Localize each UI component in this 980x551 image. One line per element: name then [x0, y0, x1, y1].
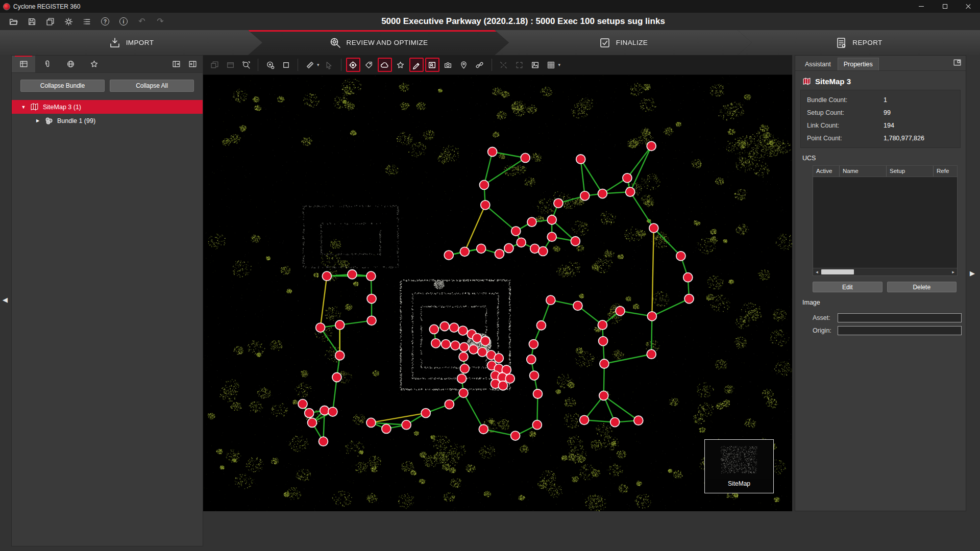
- scrollbar-track[interactable]: [821, 268, 949, 276]
- collapse-left-panel-arrow[interactable]: ◀: [3, 296, 8, 304]
- collapse-all-button[interactable]: Collapse All: [110, 80, 194, 92]
- minimize-button[interactable]: [910, 0, 933, 13]
- tab-review-and-optimize[interactable]: REVIEW AND OPTIMIZE: [248, 30, 509, 55]
- dock-panel-right-button[interactable]: [185, 57, 200, 71]
- window-view-tool[interactable]: [223, 58, 237, 72]
- property-value: 1: [884, 96, 887, 104]
- ucs-column-active[interactable]: Active: [813, 166, 840, 177]
- property-row: Bundle Count: 1: [807, 93, 954, 106]
- redo-icon: ↷: [157, 17, 163, 26]
- show-images-toggle[interactable]: [425, 58, 439, 72]
- show-favorites-toggle[interactable]: [394, 58, 408, 72]
- show-point-cloud-toggle[interactable]: [378, 58, 392, 72]
- expand-selection-tool[interactable]: [512, 58, 527, 72]
- viewport-toolbar: ▾: [203, 55, 792, 75]
- measure-tool[interactable]: [303, 58, 317, 72]
- open-project-button[interactable]: [6, 15, 20, 29]
- asset-label: Asset:: [813, 314, 838, 321]
- import-icon: [109, 37, 121, 49]
- tab-report[interactable]: REPORT: [738, 30, 980, 55]
- log-button[interactable]: [80, 15, 94, 29]
- draw-link-tool[interactable]: [409, 58, 424, 72]
- save-project-button[interactable]: [24, 15, 39, 29]
- property-value: 194: [884, 122, 894, 129]
- frame-image-tool[interactable]: [528, 58, 543, 72]
- geotag-tool[interactable]: [457, 58, 471, 72]
- settings-button[interactable]: [61, 15, 76, 29]
- origin-input[interactable]: [838, 326, 962, 335]
- sitemap-overview-thumbnail[interactable]: SiteMap: [704, 439, 774, 493]
- panel-layout-button[interactable]: [953, 58, 962, 69]
- tab-favorites[interactable]: [82, 56, 106, 72]
- close-button[interactable]: [957, 0, 980, 13]
- grid-icon: [547, 61, 555, 69]
- tab-import[interactable]: IMPORT: [0, 30, 262, 55]
- tab-sitemaps[interactable]: [12, 56, 35, 72]
- save-icon: [28, 17, 36, 26]
- grid-tool[interactable]: [544, 58, 558, 72]
- grid-dropdown-caret[interactable]: ▾: [558, 62, 561, 67]
- tab-properties[interactable]: Properties: [838, 58, 879, 70]
- scrollbar-thumb[interactable]: [821, 269, 854, 274]
- copy-view-icon: [210, 61, 219, 69]
- tree-item-label: Bundle 1 (99): [57, 117, 95, 124]
- ucs-section-title: UCS: [795, 148, 966, 165]
- tab-finalize-label: FINALIZE: [616, 39, 648, 46]
- add-link-tool[interactable]: [473, 58, 487, 72]
- camera-tool[interactable]: [441, 58, 455, 72]
- scroll-right-arrow[interactable]: ▸: [949, 269, 957, 274]
- asset-input[interactable]: [838, 313, 962, 322]
- tab-assistant[interactable]: Assistant: [799, 58, 837, 70]
- redo-button[interactable]: ↷: [153, 15, 167, 29]
- finalize-icon: [599, 37, 611, 49]
- tab-assets[interactable]: [35, 56, 59, 72]
- help-button[interactable]: ?: [98, 15, 112, 29]
- panel-left-icon: [172, 60, 181, 68]
- ucs-column-setup[interactable]: Setup: [887, 166, 934, 177]
- collapse-arrow-icon[interactable]: ▶: [35, 118, 40, 123]
- ucs-column-reference[interactable]: Refe: [934, 166, 957, 177]
- ucs-table-header: Active Name Setup Refe: [813, 166, 957, 177]
- ucs-column-name[interactable]: Name: [840, 166, 887, 177]
- scroll-left-arrow[interactable]: ◂: [813, 269, 821, 274]
- maximize-button[interactable]: [933, 0, 957, 13]
- dock-panel-left-button[interactable]: [169, 57, 183, 71]
- expand-arrow-icon[interactable]: ▼: [21, 105, 26, 110]
- target-icon: [349, 61, 357, 69]
- break-link-tool[interactable]: [497, 58, 511, 72]
- zoom-fit-tool[interactable]: [239, 58, 253, 72]
- show-setups-toggle[interactable]: [346, 58, 360, 72]
- property-label: Point Count:: [807, 135, 884, 142]
- expand-right-panel-arrow[interactable]: ▶: [970, 269, 975, 277]
- edit-button[interactable]: Edit: [813, 282, 883, 292]
- image-r-icon: [428, 61, 436, 69]
- active-tab-indicator: [248, 30, 509, 32]
- review-optimize-icon: [329, 37, 341, 49]
- about-button[interactable]: i: [116, 15, 131, 29]
- pen-icon: [412, 61, 421, 69]
- show-labels-toggle[interactable]: [362, 58, 376, 72]
- tree-item-bundle[interactable]: ▶ Bundle 1 (99): [12, 114, 203, 128]
- truspace-bubble-tool[interactable]: [263, 58, 277, 72]
- sitemap-icon: [30, 103, 39, 111]
- undo-button[interactable]: ↶: [135, 15, 149, 29]
- collapse-bundle-button[interactable]: Collapse Bundle: [20, 80, 105, 92]
- measure-dropdown-caret[interactable]: ▾: [317, 62, 320, 67]
- duplicate-button[interactable]: [43, 15, 57, 29]
- tab-geotags[interactable]: [59, 56, 82, 72]
- sitemap-viewport-area: ▾: [203, 55, 792, 511]
- ucs-horizontal-scrollbar[interactable]: ◂ ▸: [813, 268, 957, 276]
- pick-tool[interactable]: [322, 58, 336, 72]
- sitemap-canvas[interactable]: [203, 75, 792, 511]
- panel-right-icon: [188, 60, 197, 68]
- copy-view-tool[interactable]: [207, 58, 222, 72]
- tab-finalize[interactable]: FINALIZE: [495, 30, 752, 55]
- property-row: Point Count: 1,780,977,826: [807, 132, 954, 144]
- camera-icon: [444, 61, 452, 69]
- thumbnail-canvas: [706, 441, 772, 479]
- toolbar-separator: [298, 59, 298, 71]
- properties-header: SiteMap 3: [795, 71, 966, 90]
- delete-button[interactable]: Delete: [887, 282, 957, 292]
- ortho-view-tool[interactable]: [279, 58, 293, 72]
- tree-item-sitemap[interactable]: ▼ SiteMap 3 (1): [12, 100, 203, 114]
